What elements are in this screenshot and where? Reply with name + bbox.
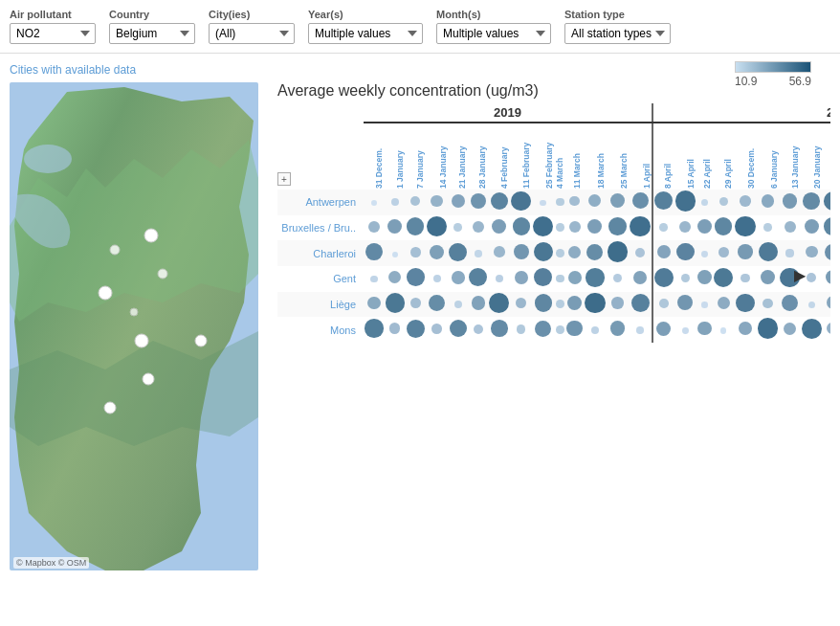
bubble bbox=[407, 320, 425, 338]
svg-point-7 bbox=[143, 373, 154, 385]
week-header: 4 February bbox=[488, 123, 510, 190]
bubble bbox=[714, 268, 733, 287]
bubble-cell bbox=[510, 266, 532, 292]
bubble bbox=[533, 216, 554, 237]
bubble-cell bbox=[426, 266, 449, 292]
bubble-cell bbox=[532, 215, 555, 241]
bubble-cell bbox=[385, 240, 406, 266]
bubble bbox=[449, 243, 467, 261]
left-panel: Cities with available data bbox=[10, 61, 268, 618]
bubble bbox=[762, 194, 775, 208]
bubble bbox=[433, 275, 441, 282]
bubble bbox=[556, 249, 564, 257]
bubble bbox=[450, 320, 467, 337]
bubble-cell bbox=[468, 266, 488, 292]
week-header: 11 February bbox=[510, 123, 532, 190]
bubble bbox=[386, 293, 405, 312]
bubble bbox=[608, 217, 626, 235]
bubble-cell bbox=[652, 190, 674, 215]
bubble bbox=[586, 268, 605, 287]
legend-gradient bbox=[735, 61, 811, 73]
bubble bbox=[367, 297, 381, 310]
svg-point-8 bbox=[99, 286, 112, 300]
bubble bbox=[568, 271, 582, 284]
svg-point-13 bbox=[130, 308, 138, 316]
week-header: 18 March bbox=[584, 123, 607, 190]
years-select[interactable]: Multiple values bbox=[308, 23, 423, 44]
bubble bbox=[807, 273, 816, 282]
main-area: Cities with available data bbox=[0, 54, 840, 626]
bubble bbox=[782, 295, 798, 311]
months-select[interactable]: Multiple values bbox=[436, 23, 551, 44]
bubble-cell bbox=[629, 215, 652, 241]
bubble bbox=[452, 194, 465, 208]
bubble-cell bbox=[607, 215, 630, 241]
week-header: 29 April bbox=[713, 123, 734, 190]
bubble bbox=[452, 271, 465, 284]
bubble bbox=[803, 192, 820, 210]
table-row: Antwerpen bbox=[277, 190, 830, 215]
week-header: 28 January bbox=[468, 123, 488, 190]
bubble-cell bbox=[510, 317, 532, 343]
bubble-cell bbox=[488, 240, 510, 266]
svg-point-4 bbox=[24, 145, 72, 173]
bubble-cell bbox=[823, 292, 830, 318]
svg-point-5 bbox=[144, 229, 158, 242]
bubble-cell bbox=[674, 292, 696, 318]
bubble-cell bbox=[823, 240, 830, 266]
bubble bbox=[569, 221, 581, 233]
bubble bbox=[608, 241, 629, 262]
bubble-cell bbox=[406, 292, 426, 318]
bubble-cell bbox=[488, 190, 510, 215]
station-type-select[interactable]: All station types bbox=[564, 23, 671, 44]
bubble bbox=[568, 246, 581, 258]
legend-bar: 10.9 56.9 bbox=[735, 61, 811, 88]
bubble-cell bbox=[696, 190, 713, 215]
bubble bbox=[630, 216, 651, 237]
chart-wrapper[interactable]: +2019202031 Decem.1 January7 January14 J… bbox=[277, 103, 830, 343]
bubble-cell bbox=[565, 266, 583, 292]
bubble bbox=[474, 324, 483, 334]
legend-max: 56.9 bbox=[789, 75, 811, 88]
bubble bbox=[365, 243, 383, 260]
map-title-plain: Cities with bbox=[10, 63, 65, 77]
bubble bbox=[556, 275, 564, 283]
bubble-cell bbox=[779, 190, 801, 215]
map-title-colored: available data bbox=[65, 63, 136, 77]
bubble-cell bbox=[584, 240, 607, 266]
bubble bbox=[736, 294, 755, 313]
bubble-cell bbox=[364, 215, 385, 241]
bubble-cell bbox=[468, 190, 488, 215]
bubble-cell bbox=[448, 266, 468, 292]
bubble bbox=[540, 200, 546, 207]
bubble bbox=[410, 298, 421, 308]
bubble-cell bbox=[779, 215, 801, 241]
bubble-cell bbox=[584, 317, 607, 343]
bubble-cell bbox=[565, 215, 583, 241]
bubble-cell bbox=[385, 215, 406, 241]
bubble bbox=[516, 298, 527, 309]
bubble bbox=[517, 324, 525, 333]
bubble-cell bbox=[734, 266, 757, 292]
country-select[interactable]: Belgium bbox=[109, 23, 195, 44]
bubble bbox=[759, 242, 778, 261]
bubble bbox=[735, 216, 756, 237]
bubble-cell bbox=[713, 266, 734, 292]
expand-button[interactable]: + bbox=[277, 172, 291, 186]
air-pollutant-select[interactable]: NO2 bbox=[10, 23, 96, 44]
bubble bbox=[679, 221, 691, 233]
bubble bbox=[720, 327, 726, 333]
week-header: 27 January bbox=[823, 123, 830, 190]
city-label: Antwerpen bbox=[277, 190, 364, 215]
bubble-cell bbox=[406, 266, 426, 292]
bubble-cell bbox=[532, 317, 555, 343]
bubble bbox=[515, 271, 528, 284]
bubble-cell bbox=[734, 292, 757, 318]
bubble-cell bbox=[674, 240, 696, 266]
bubble-cell bbox=[823, 317, 830, 343]
legend-values: 10.9 56.9 bbox=[735, 75, 811, 88]
bubble bbox=[454, 301, 462, 308]
cities-select[interactable]: (All) bbox=[209, 23, 295, 44]
station-type-label: Station type bbox=[564, 9, 671, 20]
bubble bbox=[784, 323, 796, 335]
